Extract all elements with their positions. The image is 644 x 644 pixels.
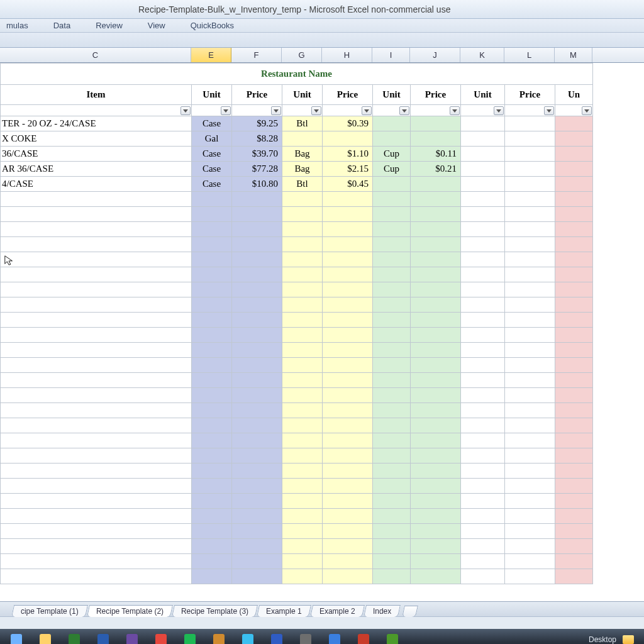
- cell[interactable]: [323, 105, 373, 116]
- cell[interactable]: [555, 479, 593, 494]
- cell[interactable]: [192, 328, 232, 343]
- cell[interactable]: [461, 162, 505, 177]
- cell[interactable]: [505, 343, 555, 358]
- cell[interactable]: [411, 222, 461, 237]
- cell[interactable]: [555, 177, 593, 192]
- cell[interactable]: [555, 388, 593, 403]
- cell[interactable]: [373, 373, 411, 388]
- cell[interactable]: [1, 343, 192, 358]
- filter-dropdown-icon[interactable]: [450, 106, 460, 115]
- cell[interactable]: [555, 448, 593, 464]
- filter-dropdown-icon[interactable]: [271, 106, 281, 115]
- cell[interactable]: [461, 448, 505, 464]
- new-sheet-button[interactable]: [402, 606, 418, 617]
- cell[interactable]: [323, 388, 373, 403]
- sheet-tab[interactable]: Recipe Template (2): [87, 605, 173, 617]
- cell[interactable]: [555, 358, 593, 373]
- cell[interactable]: [411, 116, 461, 131]
- cell[interactable]: [323, 267, 373, 282]
- cell[interactable]: [323, 464, 373, 479]
- cell[interactable]: [505, 267, 555, 282]
- cell[interactable]: [555, 464, 593, 479]
- cell[interactable]: [555, 524, 593, 539]
- cell[interactable]: $0.21: [411, 162, 461, 177]
- cell[interactable]: [373, 433, 411, 448]
- cell[interactable]: [1, 388, 192, 403]
- cell[interactable]: [282, 343, 323, 358]
- cell[interactable]: [1, 464, 192, 479]
- cell[interactable]: [373, 328, 411, 343]
- cell[interactable]: [282, 433, 323, 448]
- cell[interactable]: [192, 448, 232, 464]
- cell[interactable]: Btl: [282, 116, 323, 131]
- cell[interactable]: [1, 403, 192, 418]
- column-header-C[interactable]: C: [0, 48, 191, 62]
- column-header-K[interactable]: K: [460, 48, 504, 62]
- cell[interactable]: [461, 554, 505, 569]
- cell[interactable]: [505, 358, 555, 373]
- cell[interactable]: Case: [192, 116, 232, 131]
- cell[interactable]: [192, 313, 232, 328]
- cell[interactable]: [505, 494, 555, 509]
- cell[interactable]: [192, 252, 232, 267]
- cell[interactable]: [373, 388, 411, 403]
- cell[interactable]: [323, 207, 373, 222]
- cell[interactable]: [192, 282, 232, 297]
- filter-dropdown-icon[interactable]: [494, 106, 504, 115]
- cell[interactable]: [323, 569, 373, 584]
- sheet-tab[interactable]: Index: [364, 605, 401, 617]
- cell[interactable]: [192, 237, 232, 252]
- cell[interactable]: [282, 388, 323, 403]
- cell[interactable]: [505, 131, 555, 147]
- cell[interactable]: [192, 388, 232, 403]
- cell[interactable]: [323, 509, 373, 524]
- spreadsheet-grid[interactable]: Restaurant NameItemUnitPriceUnitPriceUni…: [0, 63, 644, 601]
- cell[interactable]: [411, 282, 461, 297]
- cell[interactable]: [1, 479, 192, 494]
- cell[interactable]: [232, 554, 282, 569]
- cell[interactable]: [461, 509, 505, 524]
- cell[interactable]: [1, 207, 192, 222]
- cell[interactable]: [282, 539, 323, 554]
- cell[interactable]: [411, 177, 461, 192]
- taskbar-app3-icon[interactable]: [264, 631, 289, 644]
- cell[interactable]: [1, 524, 192, 539]
- cell[interactable]: [373, 418, 411, 433]
- cell[interactable]: [461, 358, 505, 373]
- cell[interactable]: [505, 479, 555, 494]
- cell[interactable]: [192, 267, 232, 282]
- cell[interactable]: [232, 282, 282, 297]
- cell[interactable]: [232, 207, 282, 222]
- cell[interactable]: [1, 509, 192, 524]
- cell[interactable]: [323, 539, 373, 554]
- cell[interactable]: [282, 267, 323, 282]
- cell[interactable]: Unit: [461, 85, 505, 105]
- cell[interactable]: [1, 267, 192, 282]
- cell[interactable]: [411, 388, 461, 403]
- cell[interactable]: 36/CASE: [1, 147, 192, 162]
- cell[interactable]: [282, 448, 323, 464]
- cell[interactable]: [282, 207, 323, 222]
- cell[interactable]: [555, 162, 593, 177]
- cell[interactable]: [282, 403, 323, 418]
- cell[interactable]: [373, 282, 411, 297]
- cell[interactable]: [411, 358, 461, 373]
- cell[interactable]: [323, 252, 373, 267]
- cell[interactable]: [282, 524, 323, 539]
- cell[interactable]: [192, 403, 232, 418]
- filter-dropdown-icon[interactable]: [180, 106, 191, 115]
- cell[interactable]: [192, 464, 232, 479]
- cell[interactable]: [323, 524, 373, 539]
- cell[interactable]: [232, 358, 282, 373]
- cell[interactable]: Unit: [373, 85, 411, 105]
- cell[interactable]: [282, 358, 323, 373]
- cell[interactable]: [192, 222, 232, 237]
- cell[interactable]: [373, 177, 411, 192]
- filter-dropdown-icon[interactable]: [582, 106, 592, 115]
- cell[interactable]: [192, 373, 232, 388]
- cell[interactable]: [232, 252, 282, 267]
- cell[interactable]: Un: [555, 85, 593, 105]
- taskbar-explorer-icon[interactable]: [33, 631, 58, 644]
- cell[interactable]: [232, 192, 282, 207]
- column-header-E[interactable]: E: [191, 48, 231, 62]
